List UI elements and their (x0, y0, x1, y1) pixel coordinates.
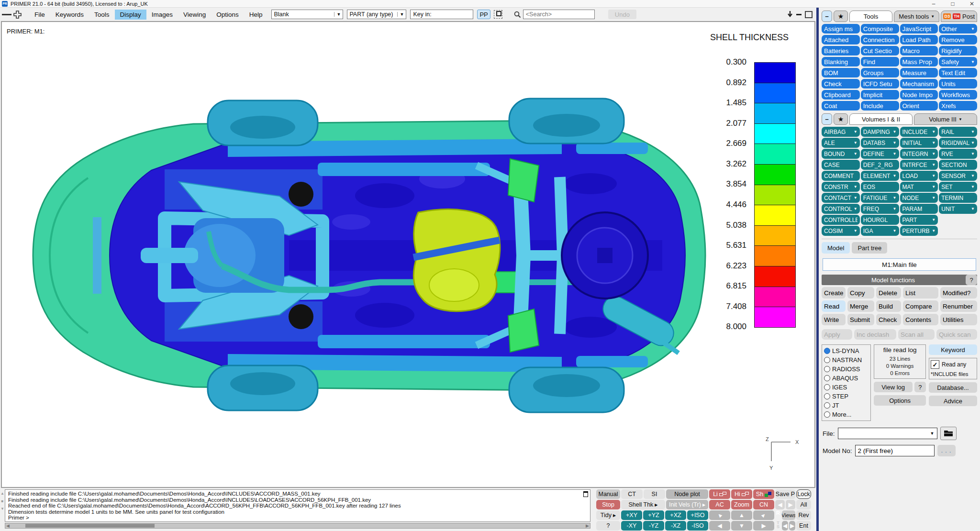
keyword-intrfce[interactable]: INTRFCE▼ (900, 160, 938, 170)
menu-viewing[interactable]: Viewing (178, 10, 211, 20)
rotate-up-icon[interactable]: ▲ (731, 510, 752, 520)
function-merge[interactable]: Merge (847, 300, 874, 312)
tool-batteries[interactable]: Batteries (822, 46, 860, 55)
li-button[interactable]: Li (709, 489, 730, 499)
stop-button[interactable]: Stop (596, 500, 620, 509)
keyword-comment[interactable]: COMMENT (822, 171, 860, 181)
options-button[interactable]: Options (874, 395, 926, 406)
keywords-star-icon[interactable]: ★ (834, 113, 848, 125)
sh-button[interactable]: Sh (753, 489, 774, 499)
tool-groups[interactable]: Groups (861, 68, 899, 77)
scroll-right-icon[interactable]: ▶ (586, 523, 589, 528)
keyword-iga[interactable]: IGA▼ (861, 226, 899, 236)
tab-volumes-1-2[interactable]: Volumes I & II (849, 113, 913, 125)
manual-button[interactable]: Manual (596, 489, 620, 499)
log-scrollbar-thumb[interactable] (25, 524, 155, 528)
read-any-row[interactable]: ✓ Read any (931, 360, 975, 369)
menu-help[interactable]: Help (244, 10, 268, 20)
tool-mechanism[interactable]: Mechanism (900, 79, 938, 88)
ac-button[interactable]: AC (709, 500, 730, 509)
function-compare[interactable]: Compare (903, 300, 938, 312)
keyword-part[interactable]: PART▼ (900, 215, 938, 225)
keyword-airbag[interactable]: AIRBAG▼ (822, 127, 860, 137)
tool-find[interactable]: Find (861, 57, 899, 66)
keyword-termin[interactable]: TERMIN (939, 193, 977, 203)
clipboard-icon[interactable] (494, 10, 502, 19)
tool-other[interactable]: Other▼ (939, 24, 977, 33)
keyword-cosim[interactable]: COSIM▼ (822, 226, 860, 236)
keyword-bound[interactable]: BOUND▼ (822, 149, 860, 159)
keyword-damping[interactable]: DAMPING▼ (861, 127, 899, 137)
tool-remove[interactable]: Remove (939, 35, 977, 44)
collapse-icon[interactable] (2, 14, 11, 15)
model-no-more-button[interactable]: . . . (937, 445, 956, 456)
log-scroll-icons[interactable]: ▲ ■ ▼ (0, 491, 5, 511)
rotate-down-icon[interactable]: ▼ (731, 521, 752, 531)
log-window-icon[interactable] (583, 491, 588, 497)
keyword-param[interactable]: PARAM (900, 204, 938, 214)
tab-mesh-tools[interactable]: Mesh tools ▼ (894, 11, 939, 22)
format-more[interactable]: More... (824, 410, 869, 419)
keyword-initial[interactable]: INITIAL▼ (900, 138, 938, 148)
view-plus-iso-button[interactable]: +ISO (687, 510, 708, 520)
save-p-button[interactable]: Save P (775, 489, 795, 499)
format-step[interactable]: STEP (824, 392, 869, 401)
browse-folder-button[interactable] (940, 427, 957, 440)
menu-keywords[interactable]: Keywords (50, 10, 89, 20)
function-write[interactable]: Write (822, 314, 846, 325)
shell-thk-button[interactable]: Shell Thk ▶ (621, 500, 665, 509)
scroll-up-icon[interactable]: ▲ (0, 491, 4, 496)
tidy-button[interactable]: Tidy ▶ (596, 510, 620, 520)
keyword-format-button[interactable]: Keyword (929, 344, 977, 355)
keyword-constr[interactable]: CONSTR▼ (822, 182, 860, 192)
scroll-mid-icon[interactable]: ■ (1, 499, 4, 503)
tool-icfd-setu[interactable]: ICFD Setu (861, 79, 899, 88)
rotate-up-left-icon[interactable]: ▲ (709, 510, 730, 520)
function-create[interactable]: Create (822, 287, 846, 299)
zoom-button[interactable]: Zoom (731, 500, 752, 509)
pp-button[interactable]: PP (477, 10, 490, 19)
tab-tools[interactable]: Tools (849, 11, 892, 22)
tool-orient[interactable]: Orient (900, 101, 938, 111)
keyword-rail[interactable]: RAIL▼ (939, 127, 977, 137)
tool-bom[interactable]: BOM (822, 68, 860, 77)
tool-units[interactable]: Units (939, 79, 977, 88)
function-list[interactable]: List (903, 287, 938, 299)
keyword-node[interactable]: NODE▼ (900, 193, 938, 203)
keyword-define[interactable]: DEFINE▼ (861, 149, 899, 159)
advice-button[interactable]: Advice (929, 396, 977, 406)
rotate-mode-label[interactable]: R (775, 510, 781, 520)
keyword-set[interactable]: SET▼ (939, 182, 977, 192)
views-button[interactable]: Views (782, 510, 795, 520)
model-functions-help-button[interactable]: ? (966, 275, 977, 285)
function-delete[interactable]: Delete (876, 287, 901, 299)
tool-load-path[interactable]: Load Path (900, 35, 938, 44)
key-in-field[interactable]: Key in: (410, 10, 473, 19)
keyword-rve[interactable]: RVE▼ (939, 149, 977, 159)
keyword-freq[interactable]: FREQ▼ (861, 204, 899, 214)
tab-post[interactable]: D3 TH Post (941, 11, 977, 22)
favourites-star-icon[interactable]: ★ (834, 11, 848, 22)
function-copy[interactable]: Copy (847, 287, 874, 299)
keyword-def-2-rg[interactable]: DEF_2_RG (861, 160, 899, 170)
keyword-databs[interactable]: DATABS▼ (861, 138, 899, 148)
ct-button[interactable]: CT (621, 489, 643, 499)
format-radioss[interactable]: RADIOSS (824, 365, 869, 374)
lock-button[interactable]: Lock (796, 489, 811, 499)
tool-rigidify[interactable]: Rigidify (939, 46, 977, 55)
tool-connection[interactable]: Connection (861, 35, 899, 44)
function-utilities[interactable]: Utilities (940, 314, 977, 325)
si-button[interactable]: SI (644, 489, 665, 499)
rotate-right-icon[interactable]: ▶ (753, 521, 774, 531)
menu-tools[interactable]: Tools (89, 10, 115, 20)
ent-button[interactable]: Ent (796, 521, 811, 531)
init-vels-button[interactable]: Init Vels (Tr) ▶ (666, 500, 708, 509)
view-plus-xz-button[interactable]: +XZ (665, 510, 686, 520)
hi-button[interactable]: Hi (731, 489, 752, 499)
tool-safety[interactable]: Safety▼ (939, 57, 977, 66)
function-read[interactable]: Read (822, 300, 846, 312)
graphics-viewport[interactable]: PRIMER: M1: (1, 21, 815, 488)
view-plus-xy-button[interactable]: +XY (621, 510, 642, 520)
view-minus-xz-button[interactable]: -XZ (665, 521, 686, 531)
view-minus-yz-button[interactable]: -YZ (643, 521, 664, 531)
